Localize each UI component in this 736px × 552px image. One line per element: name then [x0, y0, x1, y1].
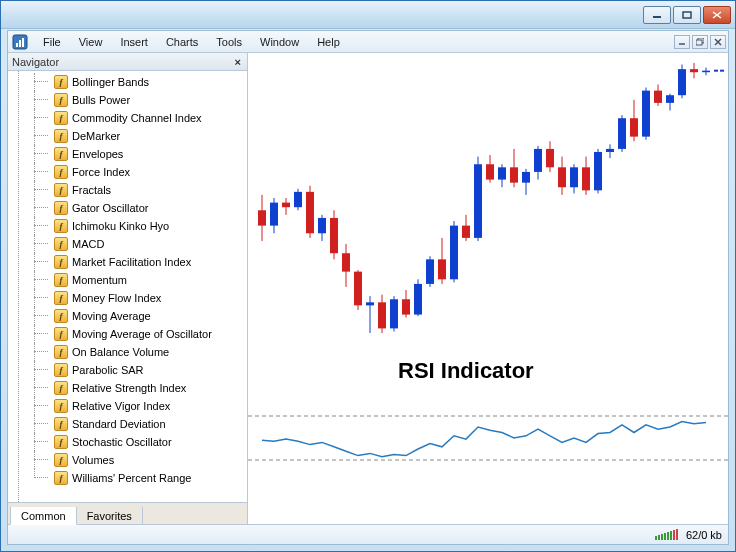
svg-rect-16 [270, 203, 278, 226]
indicator-label: Bulls Power [72, 94, 130, 106]
indicator-label: Moving Average [72, 310, 151, 322]
svg-rect-46 [450, 226, 458, 280]
client-area: File View Insert Charts Tools Window Hel… [7, 30, 729, 545]
indicator-label: Stochastic Oscillator [72, 436, 172, 448]
indicator-label: Momentum [72, 274, 127, 286]
menu-file[interactable]: File [34, 33, 70, 51]
indicator-item[interactable]: fMarket Facilitation Index [8, 253, 247, 271]
indicator-label: Gator Oscillator [72, 202, 148, 214]
indicator-item[interactable]: fDeMarker [8, 127, 247, 145]
indicator-item[interactable]: fBulls Power [8, 91, 247, 109]
svg-rect-54 [498, 167, 506, 179]
indicator-item[interactable]: fMACD [8, 235, 247, 253]
svg-rect-20 [294, 192, 302, 207]
tab-favorites[interactable]: Favorites [76, 507, 143, 525]
indicator-icon: f [54, 327, 68, 341]
menu-window[interactable]: Window [251, 33, 308, 51]
restore-icon [696, 38, 704, 46]
close-icon [714, 38, 722, 46]
indicator-item[interactable]: fStandard Deviation [8, 415, 247, 433]
indicator-icon: f [54, 255, 68, 269]
indicator-item[interactable]: fBollinger Bands [8, 73, 247, 91]
indicator-item[interactable]: fForce Index [8, 163, 247, 181]
svg-rect-64 [558, 167, 566, 187]
indicator-item[interactable]: fFractals [8, 181, 247, 199]
indicator-label: Ichimoku Kinko Hyo [72, 220, 169, 232]
window-maximize-button[interactable] [673, 6, 701, 24]
svg-rect-6 [19, 40, 21, 47]
indicator-label: On Balance Volume [72, 346, 169, 358]
indicator-item[interactable]: fEnvelopes [8, 145, 247, 163]
indicator-item[interactable]: fIchimoku Kinko Hyo [8, 217, 247, 235]
navigator-tree[interactable]: fBollinger BandsfBulls PowerfCommodity C… [8, 71, 247, 502]
indicator-item[interactable]: fMoney Flow Index [8, 289, 247, 307]
indicator-icon: f [54, 111, 68, 125]
indicator-item[interactable]: fMomentum [8, 271, 247, 289]
indicator-label: Envelopes [72, 148, 123, 160]
navigator-close-button[interactable]: × [233, 56, 243, 68]
menu-tools[interactable]: Tools [207, 33, 251, 51]
indicator-item[interactable]: fWilliams' Percent Range [8, 469, 247, 487]
menu-help[interactable]: Help [308, 33, 349, 51]
svg-rect-5 [16, 43, 18, 47]
svg-rect-52 [486, 164, 494, 179]
indicator-icon: f [54, 309, 68, 323]
mdi-restore-button[interactable] [692, 35, 708, 49]
svg-rect-28 [342, 253, 350, 271]
svg-rect-32 [366, 302, 374, 305]
svg-rect-72 [606, 149, 614, 152]
indicator-icon: f [54, 237, 68, 251]
indicator-icon: f [54, 435, 68, 449]
indicator-label: Money Flow Index [72, 292, 161, 304]
indicator-item[interactable]: fVolumes [8, 451, 247, 469]
indicator-item[interactable]: fMoving Average of Oscillator [8, 325, 247, 343]
indicator-item[interactable]: fParabolic SAR [8, 361, 247, 379]
svg-rect-22 [306, 192, 314, 233]
indicator-label: Williams' Percent Range [72, 472, 191, 484]
indicator-label: Volumes [72, 454, 114, 466]
tab-common[interactable]: Common [10, 507, 77, 525]
menu-charts[interactable]: Charts [157, 33, 207, 51]
indicator-icon: f [54, 417, 68, 431]
indicator-icon: f [54, 201, 68, 215]
minimize-icon [678, 39, 686, 45]
indicator-label: Fractals [72, 184, 111, 196]
svg-rect-76 [630, 118, 638, 136]
indicator-item[interactable]: fRelative Vigor Index [8, 397, 247, 415]
connection-signal-icon [655, 529, 678, 540]
window-frame: File View Insert Charts Tools Window Hel… [0, 0, 736, 552]
svg-rect-7 [22, 38, 24, 47]
svg-rect-26 [330, 218, 338, 253]
svg-rect-66 [570, 167, 578, 187]
svg-rect-60 [534, 149, 542, 172]
navigator-title-label: Navigator [12, 56, 59, 68]
indicator-icon: f [54, 399, 68, 413]
menubar: File View Insert Charts Tools Window Hel… [8, 31, 728, 53]
indicator-item[interactable]: fMoving Average [8, 307, 247, 325]
statusbar: 62/0 kb [8, 524, 728, 544]
svg-rect-62 [546, 149, 554, 167]
mdi-minimize-button[interactable] [674, 35, 690, 49]
indicator-item[interactable]: fGator Oscillator [8, 199, 247, 217]
indicator-item[interactable]: fCommodity Channel Index [8, 109, 247, 127]
indicator-item[interactable]: fStochastic Oscillator [8, 433, 247, 451]
menu-view[interactable]: View [70, 33, 112, 51]
indicator-item[interactable]: fRelative Strength Index [8, 379, 247, 397]
indicator-icon: f [54, 129, 68, 143]
svg-rect-40 [414, 284, 422, 315]
indicator-icon: f [54, 219, 68, 233]
window-minimize-button[interactable] [643, 6, 671, 24]
mdi-close-button[interactable] [710, 35, 726, 49]
navigator-title: Navigator × [8, 53, 247, 71]
titlebar[interactable] [1, 1, 735, 29]
indicator-label: DeMarker [72, 130, 120, 142]
window-close-button[interactable] [703, 6, 731, 24]
indicator-label: Force Index [72, 166, 130, 178]
svg-rect-88 [702, 71, 710, 73]
svg-rect-78 [642, 91, 650, 137]
workspace: Navigator × fBollinger BandsfBulls Power… [8, 53, 728, 524]
menu-insert[interactable]: Insert [111, 33, 157, 51]
indicator-item[interactable]: fOn Balance Volume [8, 343, 247, 361]
indicator-icon: f [54, 345, 68, 359]
chart-area[interactable]: RSI Indicator [248, 53, 728, 524]
